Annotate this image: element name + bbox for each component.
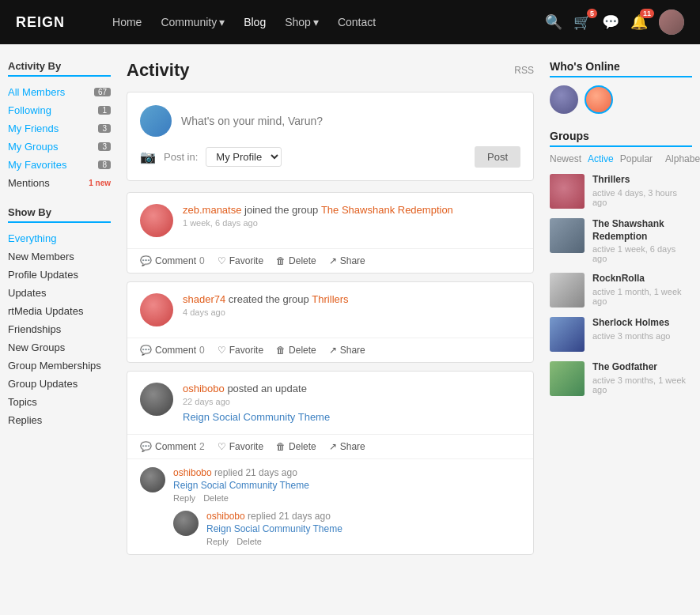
comment-button[interactable]: 💬 Comment 0 (140, 255, 205, 266)
online-avatar[interactable] (585, 85, 613, 114)
heart-icon: ♡ (218, 255, 226, 266)
reply-link[interactable]: Reply (206, 537, 229, 546)
activity-username[interactable]: zeb.manatse (183, 204, 241, 216)
reply-item: oshibobo replied 21 days ago Reign Socia… (140, 467, 520, 503)
activity-time: 4 days ago (183, 308, 520, 317)
sidebar-link-replies[interactable]: Replies (8, 411, 111, 429)
reply-links: Reply Delete (206, 537, 520, 546)
filter-alphabetical[interactable]: Alphabetical (665, 153, 700, 164)
reply-text: Reign Social Community Theme (206, 523, 520, 534)
post-box: 📷 Post in: My Profile Post (127, 92, 534, 181)
share-button[interactable]: ↗ Share (329, 345, 365, 356)
delete-reply-link[interactable]: Delete (236, 537, 262, 546)
group-activity-time: active 1 week, 6 days ago (592, 244, 692, 263)
activity-target[interactable]: Thrillers (312, 293, 348, 305)
sidebar-link-updates[interactable]: Updates (8, 284, 111, 302)
nested-reply: oshibobo replied 21 days ago Reign Socia… (173, 511, 520, 546)
user-avatar[interactable] (659, 9, 684, 35)
chat-button[interactable]: 💬 (602, 13, 619, 31)
sidebar-link-rtmedia-updates[interactable]: rtMedia Updates (8, 302, 111, 320)
sidebar-link-everything[interactable]: Everything (8, 229, 111, 247)
group-item: The Godfather active 3 months, 1 week ag… (550, 361, 692, 396)
sidebar-link-profile-updates[interactable]: Profile Updates (8, 266, 111, 284)
sidebar-item-my-groups[interactable]: My Groups 3 (8, 138, 111, 156)
chevron-down-icon: ▾ (219, 16, 225, 28)
online-avatars (550, 85, 692, 114)
activity-target[interactable]: The Shawshank Redemption (321, 204, 453, 216)
activity-username[interactable]: oshibobo (183, 383, 225, 394)
activity-time: 1 week, 6 days ago (183, 218, 520, 228)
reply-text: Reign Social Community Theme (173, 480, 520, 491)
nav-home[interactable]: Home (112, 16, 142, 28)
photo-icon[interactable]: 📷 (140, 149, 156, 164)
group-thumbnail (550, 317, 585, 352)
reply-avatar (173, 511, 199, 536)
post-input[interactable] (181, 115, 520, 127)
filter-popular[interactable]: Popular (620, 153, 653, 164)
delete-reply-link[interactable]: Delete (203, 493, 229, 503)
activity-actions: 💬 Comment 0 ♡ Favorite 🗑 Delete ↗ Share (127, 248, 533, 273)
delete-button[interactable]: 🗑 Delete (276, 345, 316, 356)
group-thumbnail (550, 218, 585, 253)
activity-item: oshibobo posted an update 22 days ago Re… (127, 371, 534, 555)
notifications-button[interactable]: 🔔 11 (630, 13, 648, 31)
sidebar-item-my-favorites[interactable]: My Favorites 8 (8, 156, 111, 174)
group-name[interactable]: RocknRolla (592, 273, 692, 285)
reply-link[interactable]: Reply (173, 493, 195, 503)
comment-button[interactable]: 💬 Comment 0 (140, 345, 205, 356)
group-activity-time: active 4 days, 3 hours ago (592, 188, 692, 207)
share-button[interactable]: ↗ Share (329, 441, 365, 452)
nav-community[interactable]: Community ▾ (161, 16, 225, 28)
activity-update-text: Reign Social Community Theme (183, 411, 520, 423)
sidebar-link-friendships[interactable]: Friendships (8, 320, 111, 338)
favorite-button[interactable]: ♡ Favorite (218, 441, 263, 452)
navbar: REIGN Home Community ▾ Blog Shop ▾ Conta… (0, 0, 700, 44)
delete-button[interactable]: 🗑 Delete (276, 441, 316, 452)
reply-avatar (140, 467, 165, 492)
post-user-avatar (140, 105, 172, 137)
activity-actions: 💬 Comment 2 ♡ Favorite 🗑 Delete ↗ Share (127, 434, 533, 458)
nav-contact[interactable]: Contact (338, 16, 376, 28)
sidebar-link-new-members[interactable]: New Members (8, 247, 111, 266)
group-name[interactable]: Thrillers (592, 174, 692, 187)
filter-active[interactable]: Active (588, 153, 614, 164)
nav-blog[interactable]: Blog (244, 16, 266, 28)
rss-link[interactable]: RSS (514, 65, 534, 76)
favorite-button[interactable]: ♡ Favorite (218, 345, 263, 356)
post-input-row (140, 105, 520, 137)
chevron-down-icon: ▾ (313, 16, 319, 28)
reply-section: oshibobo replied 21 days ago Reign Socia… (127, 458, 533, 554)
sidebar-item-my-friends[interactable]: My Friends 3 (8, 119, 111, 138)
whos-online-title: Who's Online (550, 60, 692, 77)
post-button[interactable]: Post (475, 146, 520, 168)
nav-shop[interactable]: Shop ▾ (285, 16, 319, 28)
comment-button[interactable]: 💬 Comment 2 (140, 441, 205, 452)
group-name[interactable]: The Shawshank Redemption (592, 218, 692, 243)
sidebar-item-all-members[interactable]: All Members 67 (8, 83, 111, 101)
activity-username[interactable]: shader74 (183, 293, 225, 305)
share-button[interactable]: ↗ Share (329, 255, 365, 266)
post-in-select[interactable]: My Profile (206, 147, 282, 167)
reply-content: oshibobo replied 21 days ago Reign Socia… (173, 467, 520, 503)
post-in-label: Post in: (164, 151, 198, 163)
group-thumbnail (550, 361, 585, 396)
group-name[interactable]: The Godfather (592, 361, 692, 374)
group-name[interactable]: Sherlock Holmes (592, 317, 670, 330)
sidebar-item-mentions[interactable]: Mentions 1 new (8, 174, 111, 192)
sidebar-link-new-groups[interactable]: New Groups (8, 338, 111, 357)
sidebar-link-group-memberships[interactable]: Group Memberships (8, 357, 111, 375)
show-by-title: Show By (8, 206, 111, 223)
heart-icon: ♡ (218, 441, 226, 452)
activity-item: zeb.manatse joined the group The Shawsha… (127, 192, 534, 274)
online-avatar[interactable] (550, 85, 578, 114)
activity-header: Activity RSS (127, 60, 534, 81)
sidebar-link-group-updates[interactable]: Group Updates (8, 375, 111, 393)
sidebar-item-following[interactable]: Following 1 (8, 101, 111, 119)
share-icon: ↗ (329, 345, 337, 356)
favorite-button[interactable]: ♡ Favorite (218, 255, 263, 266)
filter-newest[interactable]: Newest (550, 153, 581, 164)
cart-button[interactable]: 🛒 5 (573, 13, 591, 31)
delete-button[interactable]: 🗑 Delete (276, 255, 316, 266)
search-button[interactable]: 🔍 (545, 13, 562, 31)
sidebar-link-topics[interactable]: Topics (8, 393, 111, 411)
